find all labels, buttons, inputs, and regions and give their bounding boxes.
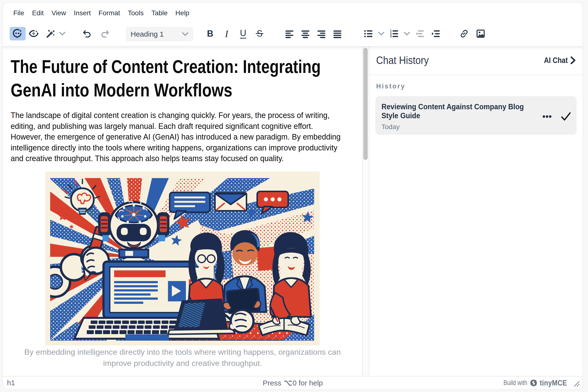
svg-text:3: 3 [390, 35, 392, 38]
